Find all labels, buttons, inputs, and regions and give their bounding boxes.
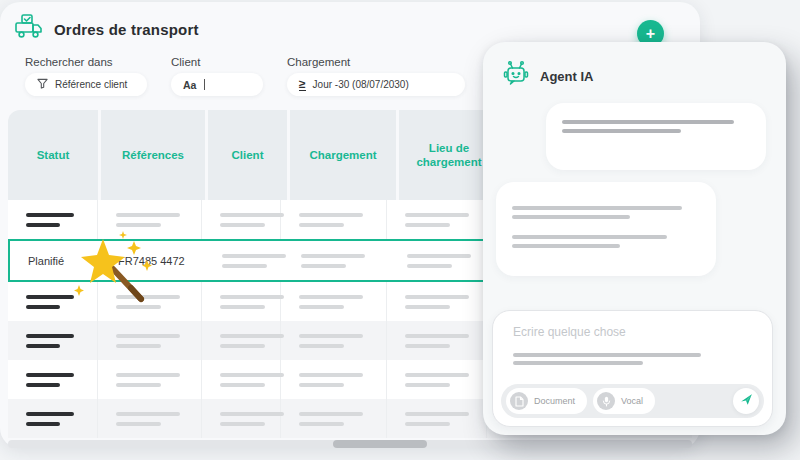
chargement-date-value: Jour -30 (08/07/2030) [313, 79, 409, 90]
chargement-date-input[interactable]: ≥ Jour -30 (08/07/2030) [287, 73, 465, 96]
text-cursor [204, 79, 205, 90]
robot-icon [503, 60, 529, 92]
filter-label: Chargement [287, 56, 465, 68]
column-header-references[interactable]: Références [101, 110, 205, 200]
agent-header: Agent IA [503, 60, 593, 92]
chat-bubble-user [546, 103, 766, 170]
chat-bubble-agent [496, 182, 716, 276]
truck-check-icon [14, 14, 44, 44]
microphone-icon [597, 392, 615, 410]
skeleton-line [512, 235, 667, 239]
filter-chargement: Chargement ≥ Jour -30 (08/07/2030) [287, 56, 465, 96]
funnel-icon [37, 78, 48, 91]
skeleton-line [513, 361, 643, 365]
filter-label: Rechercher dans [25, 56, 147, 68]
skeleton-line [562, 120, 734, 124]
client-input[interactable]: Aa [171, 73, 263, 96]
send-button[interactable] [733, 388, 759, 414]
greater-equal-icon: ≥ [299, 79, 306, 91]
search-in-input[interactable]: Référence client [25, 73, 147, 96]
column-header-statut[interactable]: Statut [8, 110, 98, 200]
vocal-label: Vocal [621, 396, 643, 406]
skeleton-line [513, 353, 701, 357]
page-header: Ordres de transport [14, 14, 199, 44]
statut-value: Planifié [28, 255, 100, 267]
agent-title: Agent IA [540, 69, 593, 84]
document-label: Document [534, 396, 575, 406]
skeleton-line [512, 206, 682, 210]
screen: Ordres de transport + Rechercher dans Ré… [0, 0, 800, 460]
composer-toolbar: Document Vocal [501, 384, 764, 418]
agent-ia-panel: Agent IA Ecrire quelque chose [483, 42, 786, 435]
skeleton-line [562, 129, 681, 133]
column-header-chargement[interactable]: Chargement [290, 110, 396, 200]
filter-search-in: Rechercher dans Référence client [25, 56, 147, 96]
client-value: Aa [183, 79, 196, 91]
skeleton-line [512, 244, 620, 248]
page-title: Ordres de transport [54, 21, 199, 38]
search-in-value: Référence client [55, 79, 127, 90]
filter-client: Client Aa [171, 56, 263, 96]
document-icon [510, 392, 528, 410]
composer-placeholder: Ecrire quelque chose [513, 325, 626, 339]
message-composer[interactable]: Ecrire quelque chose Document [492, 310, 773, 427]
scrollbar-thumb[interactable] [333, 440, 427, 448]
skeleton-line [512, 215, 630, 219]
paper-plane-icon [740, 392, 753, 410]
vocal-button[interactable]: Vocal [593, 388, 655, 414]
horizontal-scrollbar[interactable] [8, 440, 692, 448]
plus-icon: + [646, 25, 655, 43]
reference-value: FR7485 4472 [118, 255, 204, 267]
document-button[interactable]: Document [506, 388, 587, 414]
column-header-client[interactable]: Client [208, 110, 287, 200]
filter-label: Client [171, 56, 263, 68]
